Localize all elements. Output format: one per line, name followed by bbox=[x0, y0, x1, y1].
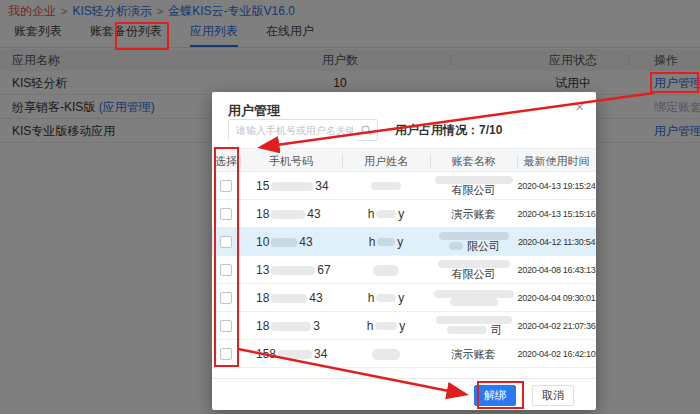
select-checkbox[interactable] bbox=[220, 264, 232, 276]
search-input[interactable] bbox=[229, 121, 357, 141]
user-row: 1043hy限公司2020-04-12 11:30:54 bbox=[212, 228, 596, 256]
user-row: 183hy司2020-04-02 21:07:36 bbox=[212, 312, 596, 340]
censored-text bbox=[450, 298, 498, 306]
censored-text bbox=[436, 316, 512, 324]
censored-text bbox=[449, 242, 463, 250]
select-cell bbox=[212, 340, 240, 368]
unbind-button[interactable]: 解绑 bbox=[474, 385, 516, 406]
censored-text bbox=[375, 322, 397, 330]
header-divider bbox=[430, 155, 431, 167]
censored-text bbox=[371, 182, 401, 190]
user-name-cell: hy bbox=[342, 228, 430, 256]
account-name-cell: 司 bbox=[430, 312, 517, 340]
user-name-cell bbox=[342, 172, 430, 200]
phone-cell: 1367 bbox=[256, 256, 331, 284]
phone-cell: 1534 bbox=[256, 172, 329, 200]
censored-text bbox=[438, 260, 510, 268]
censored-text bbox=[271, 294, 307, 303]
cancel-button[interactable]: 取消 bbox=[532, 385, 574, 406]
user-col-header: 用户姓名 bbox=[342, 149, 430, 173]
censored-text bbox=[271, 322, 311, 331]
last-used-time-cell: 2020-04-13 19:15:24 bbox=[517, 172, 596, 200]
account-line bbox=[437, 232, 511, 240]
search-icon bbox=[361, 125, 372, 136]
select-checkbox[interactable] bbox=[220, 208, 232, 220]
user-management-modal: 用户管理 × 用户占用情况：7/10 选择手机号码用户姓名账套名称最新使用时间 … bbox=[212, 92, 596, 410]
select-checkbox[interactable] bbox=[220, 180, 232, 192]
select-cell bbox=[212, 312, 240, 340]
select-cell bbox=[212, 228, 240, 256]
user-row: 1843hy演示账套2020-04-13 15:15:16 bbox=[212, 200, 596, 228]
censored-text bbox=[278, 350, 312, 359]
account-line bbox=[434, 316, 514, 324]
censored-text bbox=[271, 238, 297, 247]
account-name-cell: 演示账套 bbox=[430, 340, 517, 368]
phone-cell: 183 bbox=[256, 312, 320, 340]
censored-text bbox=[435, 176, 513, 184]
account-name-cell: 限公司 bbox=[430, 228, 517, 256]
user-col-header: 手机号码 bbox=[240, 149, 342, 173]
account-line: 司 bbox=[445, 324, 502, 337]
account-name-cell: 演示账套 bbox=[430, 200, 517, 228]
last-used-time-cell: 2020-04-08 16:43:13 bbox=[517, 256, 596, 284]
last-used-time-cell: 2020-04-02 21:07:36 bbox=[517, 312, 596, 340]
header-divider bbox=[517, 155, 518, 167]
user-name-cell bbox=[342, 340, 430, 368]
select-checkbox[interactable] bbox=[220, 348, 232, 360]
user-row: 15834演示账套2020-04-02 16:42:10 bbox=[212, 340, 596, 368]
censored-text bbox=[377, 238, 395, 246]
user-name-cell: hy bbox=[342, 200, 430, 228]
censored-text bbox=[271, 210, 305, 219]
last-used-time-cell: 2020-04-02 16:42:10 bbox=[517, 340, 596, 368]
last-used-time-cell: 2020-04-13 15:15:16 bbox=[517, 200, 596, 228]
phone-cell: 1043 bbox=[256, 228, 313, 256]
user-name-cell: hy bbox=[342, 284, 430, 312]
account-line: 限公司 bbox=[447, 240, 500, 253]
censored-text bbox=[447, 326, 487, 334]
modal-footer: 解绑 取消 bbox=[474, 385, 574, 406]
account-name-cell bbox=[430, 284, 517, 312]
last-used-time-cell: 2020-04-04 09:30:01 bbox=[517, 284, 596, 312]
phone-cell: 15834 bbox=[256, 340, 327, 368]
account-line: 演示账套 bbox=[452, 208, 496, 221]
user-row: 1534有限公司2020-04-13 19:15:24 bbox=[212, 172, 596, 200]
censored-text bbox=[434, 290, 514, 298]
select-cell bbox=[212, 256, 240, 284]
user-col-header: 选择 bbox=[212, 149, 240, 173]
user-table-header: 选择手机号码用户姓名账套名称最新使用时间 bbox=[212, 148, 596, 172]
select-checkbox[interactable] bbox=[220, 236, 232, 248]
account-line: 有限公司 bbox=[452, 184, 496, 197]
account-line bbox=[432, 290, 516, 298]
usage-status: 用户占用情况：7/10 bbox=[395, 119, 502, 141]
account-line: 有限公司 bbox=[452, 268, 496, 281]
user-row: 1367有限公司2020-04-08 16:43:13 bbox=[212, 256, 596, 284]
user-row: 1843hy2020-04-04 09:30:01 bbox=[212, 284, 596, 312]
censored-text bbox=[376, 210, 396, 218]
select-cell bbox=[212, 172, 240, 200]
censored-text bbox=[439, 232, 509, 240]
censored-text bbox=[373, 265, 399, 276]
search-box bbox=[228, 119, 378, 141]
select-cell bbox=[212, 284, 240, 312]
phone-cell: 1843 bbox=[256, 284, 323, 312]
account-name-cell: 有限公司 bbox=[430, 172, 517, 200]
select-checkbox[interactable] bbox=[220, 292, 232, 304]
select-cell bbox=[212, 200, 240, 228]
account-line bbox=[436, 260, 512, 268]
account-line: 演示账套 bbox=[452, 348, 496, 361]
user-name-cell: hy bbox=[342, 312, 430, 340]
user-col-header: 账套名称 bbox=[430, 149, 517, 173]
user-col-header: 最新使用时间 bbox=[517, 149, 596, 173]
user-name-cell bbox=[342, 256, 430, 284]
user-table: 选择手机号码用户姓名账套名称最新使用时间 1534有限公司2020-04-13 … bbox=[212, 148, 596, 368]
screen: 我的企业>KIS轻分析演示>金蝶KIS云-专业版V16.0 账套列表账套备份列表… bbox=[0, 0, 700, 414]
censored-text bbox=[271, 266, 315, 275]
select-checkbox[interactable] bbox=[220, 320, 232, 332]
close-icon[interactable]: × bbox=[575, 98, 584, 116]
account-line bbox=[448, 298, 500, 306]
censored-text bbox=[376, 294, 396, 302]
header-divider bbox=[240, 155, 241, 167]
header-divider bbox=[342, 155, 343, 167]
censored-text bbox=[271, 182, 313, 191]
footer-divider bbox=[212, 378, 596, 379]
